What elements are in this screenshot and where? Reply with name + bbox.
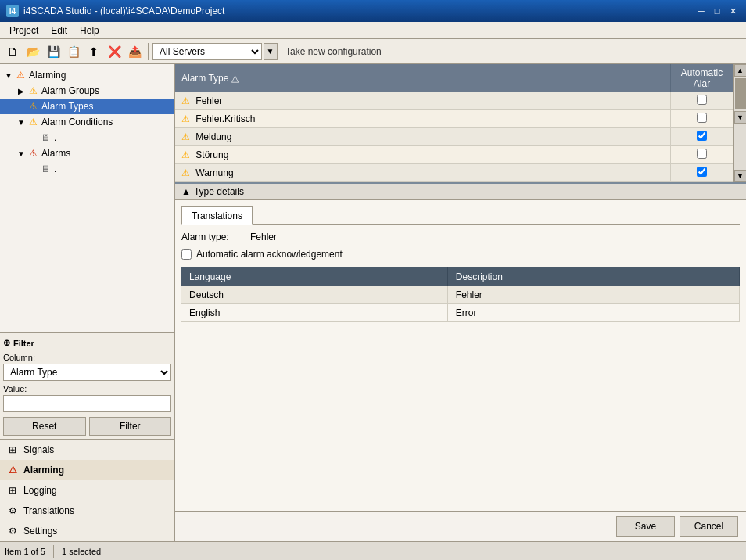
status-item-count: Item 1 of 5 [5,547,45,556]
scroll-up-btn[interactable]: ▲ [734,64,747,77]
filter-buttons: Reset Filter [3,417,171,436]
sidebar-alarms-child-label: . [54,163,56,174]
alarm-conditions-icon: ⚠ [27,116,39,128]
server-dropdown-btn[interactable]: ▼ [264,43,278,60]
maximize-button[interactable]: □ [710,4,724,18]
status-bar: Item 1 of 5 1 selected [0,541,746,560]
sidebar-alarm-conditions-child[interactable]: 🖥 . [0,130,174,145]
alarm-type-name: Fehler.Kritisch [195,113,255,124]
alarm-type-value: Fehler [250,232,277,242]
auto-ack-label: Automatic alarm acknowledgement [196,249,343,260]
auto-alarm-checkbox[interactable] [697,149,707,159]
auto-alarm-checkbox[interactable] [697,131,707,141]
alarm-type-cell: ⚠ Warnung [175,164,671,182]
alarm-type-cell: ⚠ Fehler [175,92,671,110]
tab-translations[interactable]: Translations [181,206,253,225]
app-icon: i4 [6,5,19,17]
nav-logging-label: Logging [23,485,57,496]
auto-alarm-check-cell[interactable] [671,164,733,182]
sidebar-alarms-child[interactable]: 🖥 . [0,161,174,177]
auto-alarm-check-cell[interactable] [671,110,733,128]
sidebar-item-alarms[interactable]: ▼ ⚠ Alarms [0,145,174,161]
toolbar-new[interactable]: 🗋 [3,42,22,61]
minimize-button[interactable]: ─ [694,4,708,18]
nav-translations-label: Translations [23,505,74,516]
menu-edit[interactable]: Edit [45,23,74,38]
lang-table-row[interactable]: Deutsch Fehler [181,286,740,304]
sidebar-alarm-groups-label: Alarm Groups [41,85,99,96]
sidebar: ▼ ⚠ Alarming ▶ ⚠ Alarm Groups ⚠ Alarm Ty… [0,64,175,541]
alarm-table-row[interactable]: ⚠ Störung [175,146,733,164]
toolbar-btn6[interactable]: ❌ [105,42,124,61]
auto-alarm-checkbox[interactable] [697,167,707,177]
auto-alarm-checkbox[interactable] [697,113,707,123]
auto-alarm-check-cell[interactable] [671,92,733,110]
auto-alarm-check-cell[interactable] [671,128,733,146]
alarm-table: Alarm Type △ Automatic Alar ⚠ Fehler ⚠ [175,64,733,182]
auto-alarm-check-cell[interactable] [671,146,733,164]
alarm-table-row[interactable]: ⚠ Fehler.Kritisch [175,110,733,128]
toolbar-btn7[interactable]: 📤 [125,42,144,61]
filter-button[interactable]: Filter [89,417,172,436]
filter-column-row: Alarm Type [3,364,171,381]
filter-header[interactable]: ⊕ Filter [3,336,171,350]
status-selected: 1 selected [62,547,101,556]
alarm-warn-icon: ⚠ [181,95,190,106]
nav-alarming-label: Alarming [23,465,64,476]
nav-item-logging[interactable]: ⊞ Logging [0,480,174,501]
alarm-table-row[interactable]: ⚠ Warnung [175,164,733,182]
alarm-type-name: Meldung [195,131,231,142]
menu-project[interactable]: Project [3,23,45,38]
sidebar-item-alarm-types[interactable]: ⚠ Alarm Types [0,99,174,114]
scroll-extra-btn[interactable]: ▼ [734,170,747,182]
toolbar-btn5[interactable]: ⬆ [84,42,103,61]
auto-alarm-checkbox[interactable] [697,95,707,105]
nav-signals-label: Signals [23,444,54,455]
alarm-table-row[interactable]: ⚠ Meldung [175,128,733,146]
close-button[interactable]: ✕ [726,4,740,18]
reset-button[interactable]: Reset [3,417,86,436]
nav-item-signals[interactable]: ⊞ Signals [0,440,174,460]
description-cell: Fehler [447,286,739,304]
signals-icon: ⊞ [6,443,19,456]
save-button[interactable]: Save [616,516,675,537]
alarm-conditions-arrow-icon: ▼ [16,118,27,127]
vertical-scrollbar[interactable]: ▲ ▼ ▼ [733,64,746,182]
scroll-down-btn[interactable]: ▼ [734,111,747,124]
sidebar-tree: ▼ ⚠ Alarming ▶ ⚠ Alarm Groups ⚠ Alarm Ty… [0,64,174,332]
alarming-nav-icon: ⚠ [6,464,19,476]
alarm-cond-device-icon: 🖥 [39,131,52,144]
alarm-type-cell: ⚠ Meldung [175,128,671,146]
nav-item-settings[interactable]: ⚙ Settings [0,521,174,541]
toolbar-save[interactable]: 💾 [44,42,63,61]
sidebar-item-alarm-conditions[interactable]: ▼ ⚠ Alarm Conditions [0,114,174,130]
menu-bar: Project Edit Help [0,22,746,39]
menu-help[interactable]: Help [74,23,106,38]
filter-column-select[interactable]: Alarm Type [3,364,171,381]
sidebar-alarming-header[interactable]: ▼ ⚠ Alarming [0,67,174,83]
nav-item-translations[interactable]: ⚙ Translations [0,501,174,521]
filter-value-input[interactable] [3,395,171,412]
auto-ack-checkbox[interactable] [181,249,192,260]
toolbar-btn4[interactable]: 📋 [64,42,83,61]
scroll-thumb[interactable] [735,78,746,109]
alarm-type-field-label: Alarm type: [181,232,244,242]
alarm-table-row[interactable]: ⚠ Fehler [175,92,733,110]
cancel-button[interactable]: Cancel [680,516,738,537]
sidebar-alarm-cond-child-label: . [54,132,56,143]
sidebar-alarming-label: Alarming [29,70,66,81]
nav-item-alarming[interactable]: ⚠ Alarming [0,460,174,480]
filter-value-row [3,395,171,412]
toolbar-open[interactable]: 📂 [23,42,42,61]
lang-table-row[interactable]: English Error [181,304,740,322]
alarm-table-wrapper: Alarm Type △ Automatic Alar ⚠ Fehler ⚠ [175,64,746,182]
filter-value-label: Value: [3,384,171,393]
type-details-collapse-icon: ▲ [181,186,191,197]
type-details-header[interactable]: ▲ Type details [175,182,746,200]
server-select[interactable]: All Servers [152,43,262,60]
main-layout: ▼ ⚠ Alarming ▶ ⚠ Alarm Groups ⚠ Alarm Ty… [0,64,746,541]
filter-collapse-icon: ⊕ [3,338,10,348]
alarms-arrow-icon: ▼ [16,149,27,158]
sidebar-item-alarm-groups[interactable]: ▶ ⚠ Alarm Groups [0,83,174,99]
type-details-content: Translations Alarm type: Fehler Automati… [175,200,746,511]
